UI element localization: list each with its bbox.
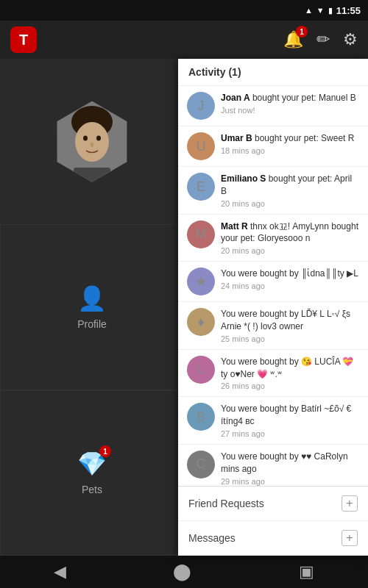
avatar: L [187,356,215,384]
top-bar-actions: 🔔 1 ✏ ⚙ [283,30,358,49]
recent-button[interactable]: ▣ [284,558,329,586]
activity-main: You were bought by Batírl ~£õ√ € ítíng4 … [221,403,359,428]
activity-item[interactable]: L You were bought by 😘 LUCÎA 💝 ty o♥Ner … [178,350,368,398]
svg-point-5 [91,143,93,147]
profile-label: Profile [77,318,107,330]
activity-text: Umar B bought your pet: Sweet R 18 mins … [221,132,359,155]
activity-text: Emiliano S bought your pet: April B 20 m… [221,173,359,208]
messages-label: Messages [188,532,236,544]
pencil-icon: ✏ [316,30,330,49]
back-button[interactable]: ◀ [39,558,81,586]
activity-time: 20 mins ago [221,246,359,255]
activity-item[interactable]: ♦ You were bought by LĎ¥ L L◦√ ξs Arnie … [178,302,368,350]
pets-cell[interactable]: 💎 1 Pets [0,390,184,556]
edit-button[interactable]: ✏ [316,30,330,49]
activity-main: Joan A bought your pet: Manuel B [221,92,359,104]
avatar: B [187,403,215,431]
activity-time: 25 mins ago [221,334,359,343]
activity-time: 18 mins ago [221,146,359,155]
notification-button[interactable]: 🔔 1 [283,30,303,49]
gear-icon: ⚙ [343,30,358,49]
status-bar: ▲ ▼ ▮ 11:55 [0,0,368,21]
friend-requests-section[interactable]: Friend Requests + [178,487,368,521]
activity-text: You were bought by LĎ¥ L L◦√ ξs Arnie *(… [221,308,359,343]
activity-list: J Joan A bought your pet: Manuel B Just … [178,86,368,486]
avatar: C [187,451,215,478]
friend-requests-label: Friend Requests [188,498,264,509]
activity-main: You were bought by LĎ¥ L L◦√ ξs Arnie *(… [221,308,359,333]
activity-panel: Activity (1) J Joan A bought your pet: M… [178,59,368,556]
activity-item[interactable]: M Matt R thnx ok꾜! AmyLynn bought your p… [178,215,368,262]
activity-time: 27 mins ago [221,429,359,438]
avatar: M [187,220,215,248]
activity-time: 20 mins ago [221,199,359,208]
activity-item[interactable]: ★ You were bought by ║ἰdna║║ty ▶L 24 min… [178,262,368,302]
activity-time: 29 mins ago [221,477,359,486]
bottom-nav: ◀ ⬤ ▣ [0,556,368,588]
pets-badge-wrap: 💎 1 [77,450,107,478]
svg-point-4 [96,135,101,140]
activity-text: You were bought by ♥♥ CaRolyn mins ago 2… [221,451,359,486]
signal-icon: ▲ [305,6,313,15]
status-icons: ▲ ▼ ▮ 11:55 [305,5,361,16]
activity-bottom: Friend Requests + Messages + [178,486,368,556]
profile-photo-area [0,59,184,224]
main-area: ⊞ Fe... 👤 Profile 👥 Frie... 💎 1 Pets ❤ L… [0,59,368,556]
friend-requests-expand-icon[interactable]: + [342,495,358,512]
activity-item[interactable]: U Umar B bought your pet: Sweet R 18 min… [178,126,368,167]
top-bar: T 🔔 1 ✏ ⚙ [0,21,368,59]
pets-badge: 1 [99,445,111,457]
pets-label: Pets [82,484,102,495]
activity-time: Just now! [221,106,359,115]
app-logo[interactable]: T [10,26,37,53]
wifi-icon: ▼ [316,6,325,15]
settings-button[interactable]: ⚙ [343,30,358,49]
activity-main: You were bought by 😘 LUCÎA 💝 ty o♥Ner 💗 … [221,356,359,381]
status-time: 11:55 [336,5,361,16]
activity-header: Activity (1) [178,59,368,86]
profile-cell[interactable]: 👤 Profile [0,224,184,390]
avatar: ★ [187,268,215,295]
activity-main: Matt R thnx ok꾜! AmyLynn bought your pet… [221,220,359,245]
messages-section[interactable]: Messages + [178,521,368,556]
activity-text: Joan A bought your pet: Manuel B Just no… [221,92,359,115]
svg-point-3 [83,135,88,140]
notification-badge: 1 [296,26,308,37]
activity-text: Matt R thnx ok꾜! AmyLynn bought your pet… [221,220,359,256]
activity-text: You were bought by ║ἰdna║║ty ▶L 24 mins … [221,268,359,290]
activity-item[interactable]: C You were bought by ♥♥ CaRolyn mins ago… [178,445,368,486]
battery-icon: ▮ [328,6,333,15]
activity-main: Emiliano S bought your pet: April B [221,173,359,198]
activity-item[interactable]: B You were bought by Batírl ~£õ√ € ítíng… [178,397,368,445]
activity-text: You were bought by 😘 LUCÎA 💝 ty o♥Ner 💗 … [221,356,359,391]
profile-icon: 👤 [77,284,107,312]
avatar: U [187,132,215,160]
activity-item[interactable]: E Emiliano S bought your pet: April B 20… [178,167,368,215]
avatar: J [187,92,215,120]
svg-point-2 [75,122,109,162]
activity-main: Umar B bought your pet: Sweet R [221,132,359,145]
profile-image [52,101,132,182]
messages-expand-icon[interactable]: + [342,530,358,546]
activity-main: You were bought by ♥♥ CaRolyn mins ago [221,451,359,476]
activity-item[interactable]: J Joan A bought your pet: Manuel B Just … [178,86,368,126]
avatar: ♦ [187,308,215,336]
activity-main: You were bought by ║ἰdna║║ty ▶L [221,268,359,280]
svg-rect-6 [74,168,110,182]
activity-text: You were bought by Batírl ~£õ√ € ítíng4 … [221,403,359,438]
avatar: E [187,173,215,201]
activity-time: 26 mins ago [221,381,359,390]
home-button[interactable]: ⬤ [158,558,206,586]
profile-hex-photo [52,101,132,182]
activity-time: 24 mins ago [221,282,359,290]
